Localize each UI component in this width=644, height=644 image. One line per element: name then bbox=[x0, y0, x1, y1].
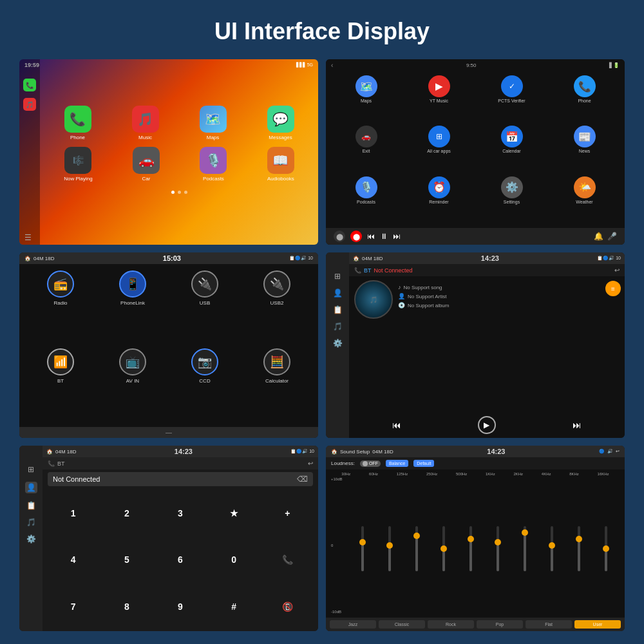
aa-app-news[interactable]: 📰 News bbox=[549, 126, 620, 173]
btd-key-5[interactable]: 5 bbox=[101, 538, 152, 582]
ss-back-btn[interactable]: ↩ bbox=[616, 449, 620, 454]
ss-slider-9[interactable] bbox=[593, 520, 618, 571]
btd-key-endcall[interactable]: 📵 bbox=[262, 585, 313, 629]
bt-prev-btn[interactable]: ⏮ bbox=[392, 420, 401, 430]
ss-preset-rock[interactable]: Rock bbox=[428, 620, 474, 629]
aa-pause-icon[interactable]: ⏸ bbox=[380, 232, 388, 241]
bt-next-btn[interactable]: ⏭ bbox=[573, 420, 582, 430]
ss-toggle[interactable]: OFF bbox=[360, 460, 381, 467]
ss-loudness-label: Loudness: bbox=[331, 460, 355, 466]
ss-slider-1[interactable] bbox=[377, 520, 402, 571]
ss-preset-classic[interactable]: Classic bbox=[379, 620, 425, 629]
bt-contacts-icon[interactable]: 👤 bbox=[333, 289, 343, 298]
btd-key-1[interactable]: 1 bbox=[48, 491, 99, 535]
car-app-calc[interactable]: 🧮 Calculator bbox=[243, 348, 310, 421]
bt-eq-icon[interactable]: ≡ bbox=[605, 281, 621, 296]
cp-app-nowplaying[interactable]: 🎼 Now Playing bbox=[64, 147, 92, 182]
ss-home-icon[interactable]: 🏠 bbox=[331, 449, 337, 455]
car-app-radio[interactable]: 📻 Radio bbox=[27, 270, 94, 343]
ss-slider-3[interactable] bbox=[431, 520, 457, 571]
ss-slider-2[interactable] bbox=[404, 520, 430, 571]
aa-app-pcts[interactable]: ✓ PCTS Verifier bbox=[477, 75, 547, 123]
bt-settings-icon[interactable]: ⚙️ bbox=[333, 339, 343, 348]
bt-home-icon[interactable]: 🏠 bbox=[353, 256, 359, 261]
car-app-usb[interactable]: 🔌 USB bbox=[171, 270, 238, 343]
btd-home-icon[interactable]: 🏠 bbox=[46, 449, 53, 455]
btd-music-icon[interactable]: 🎵 bbox=[26, 518, 36, 527]
ss-slider-4[interactable] bbox=[459, 520, 484, 571]
ss-slider-5[interactable] bbox=[486, 520, 511, 571]
car-app-ccd[interactable]: 📷 CCD bbox=[171, 348, 238, 421]
ss-preset-pop[interactable]: Pop bbox=[477, 620, 523, 629]
bt-music-icon[interactable]: 🎵 bbox=[333, 322, 343, 331]
aa-arrow-icon[interactable]: ‹ bbox=[331, 62, 333, 69]
bt-play-btn[interactable]: ▶ bbox=[478, 416, 496, 434]
aa-rec-btn[interactable]: ⬤ bbox=[334, 231, 345, 242]
cp-app-messages[interactable]: 💬 Messages bbox=[267, 106, 294, 140]
car-app-bt[interactable]: 📶 BT bbox=[27, 348, 94, 421]
btd-menu-icon[interactable]: ⊞ bbox=[28, 465, 34, 474]
car-status-left: 🏠 04M 18D bbox=[24, 256, 54, 261]
aa-app-settings[interactable]: ⚙️ Settings bbox=[477, 176, 547, 224]
btd-key-9[interactable]: 9 bbox=[155, 585, 205, 629]
btd-settings-icon[interactable]: ⚙️ bbox=[26, 535, 36, 544]
btd-key-call[interactable]: 📞 bbox=[262, 538, 313, 582]
cp-app-podcasts[interactable]: 🎙️ Podcasts bbox=[200, 147, 227, 182]
aa-time: 9:50 bbox=[466, 62, 477, 68]
aa-app-ytmusic[interactable]: ▶ YT Music bbox=[404, 75, 474, 123]
ss-preset-flat[interactable]: Flat bbox=[526, 620, 572, 629]
ss-slider-6[interactable] bbox=[512, 520, 537, 571]
ss-slider-0[interactable] bbox=[350, 520, 375, 571]
btd-key-3[interactable]: 3 bbox=[155, 491, 205, 535]
aa-bell-icon[interactable]: 🔔 bbox=[594, 232, 603, 241]
btd-delete-icon[interactable]: ⌫ bbox=[297, 475, 308, 484]
car-app-phonelink[interactable]: 📱 PhoneLink bbox=[99, 270, 166, 343]
ss-preset-jazz[interactable]: Jazz bbox=[330, 620, 376, 629]
ss-db-plus: +10dB bbox=[331, 477, 346, 481]
btd-key-star[interactable]: ★ bbox=[209, 491, 260, 535]
btd-back-btn[interactable]: ↩ bbox=[308, 460, 313, 467]
aa-app-calendar[interactable]: 📅 Calendar bbox=[477, 126, 547, 173]
aa-app-podcasts[interactable]: 🎙️ Podcasts bbox=[331, 176, 401, 224]
home-icon[interactable]: 🏠 bbox=[24, 256, 31, 261]
btd-key-plus[interactable]: + bbox=[262, 491, 313, 535]
bt-menu-icon[interactable]: ⊞ bbox=[334, 272, 341, 281]
aa-app-phone[interactable]: 📞 Phone bbox=[549, 75, 620, 123]
ss-slider-8[interactable] bbox=[566, 520, 591, 571]
btd-key-hash[interactable]: # bbox=[209, 585, 260, 629]
cp-app-car[interactable]: 🚗 Car bbox=[133, 147, 160, 182]
aa-next-icon[interactable]: ⏭ bbox=[393, 232, 401, 241]
bt-back-btn[interactable]: ↩ bbox=[614, 267, 620, 274]
car-app-avin[interactable]: 📺 AV IN bbox=[99, 348, 166, 421]
ss-default-btn[interactable]: Default bbox=[413, 460, 434, 467]
cp-sidebar-icon-2[interactable]: 🎵 bbox=[23, 98, 36, 111]
aa-app-allapps[interactable]: ⊞ All car apps bbox=[404, 126, 474, 173]
aa-record-btn[interactable]: ⬤ bbox=[350, 231, 362, 242]
btd-display: Not Connected ⌫ bbox=[48, 472, 313, 486]
cp-app-music[interactable]: 🎵 Music bbox=[132, 106, 159, 140]
ss-preset-user[interactable]: User bbox=[574, 620, 621, 629]
btd-key-7[interactable]: 7 bbox=[48, 585, 99, 629]
btd-key-2[interactable]: 2 bbox=[101, 491, 152, 535]
btd-contacts-icon[interactable]: 👤 bbox=[25, 482, 37, 493]
car-app-usb2[interactable]: 🔌 USB2 bbox=[243, 270, 310, 343]
aa-app-reminder[interactable]: ⏰ Reminder bbox=[404, 176, 474, 224]
bt-recents-icon[interactable]: 📋 bbox=[333, 305, 343, 314]
ss-balance-btn[interactable]: Balance bbox=[386, 460, 408, 467]
btd-key-8[interactable]: 8 bbox=[101, 585, 152, 629]
btd-key-0[interactable]: 0 bbox=[209, 538, 260, 582]
btd-key-4[interactable]: 4 bbox=[48, 538, 99, 582]
cp-app-phone[interactable]: 📞 Phone bbox=[64, 106, 91, 140]
btd-key-6[interactable]: 6 bbox=[155, 538, 205, 582]
aa-app-weather[interactable]: 🌤️ Weather bbox=[549, 176, 620, 224]
btd-recents-icon[interactable]: 📋 bbox=[26, 501, 36, 510]
bt-artist-row: 👤 No Support Artist bbox=[398, 293, 449, 299]
aa-mic-icon[interactable]: 🎤 bbox=[607, 232, 617, 241]
ss-slider-7[interactable] bbox=[539, 520, 564, 571]
cp-sidebar-icon-1[interactable]: 📞 bbox=[23, 79, 36, 91]
cp-app-maps[interactable]: 🗺️ Maps bbox=[200, 106, 227, 140]
aa-prev-icon[interactable]: ⏮ bbox=[367, 232, 375, 241]
cp-app-audiobooks[interactable]: 📖 Audiobooks bbox=[267, 147, 294, 182]
aa-app-exit[interactable]: 🚗 Exit bbox=[331, 126, 401, 173]
aa-app-maps[interactable]: 🗺️ Maps bbox=[331, 75, 401, 123]
